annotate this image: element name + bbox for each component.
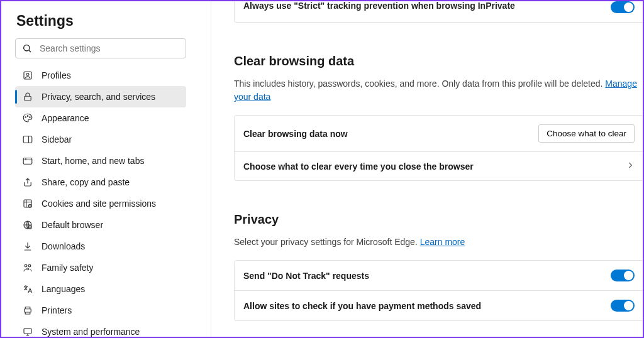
clear-browsing-data-title: Clear browsing data [234, 54, 643, 68]
printer-icon [21, 304, 34, 317]
privacy-title: Privacy [234, 212, 643, 227]
nav-label: Family safety [42, 263, 93, 273]
nav-item-default-browser[interactable]: Default browser [15, 214, 186, 236]
do-not-track-row: Send "Do Not Track" requests [235, 261, 643, 291]
nav-label: Share, copy and paste [42, 177, 130, 187]
strict-tracking-row: Always use "Strict" tracking prevention … [234, 1, 643, 23]
tabs-icon [21, 155, 34, 167]
nav-label: Sidebar [42, 134, 72, 144]
nav-item-profiles[interactable]: Profiles [15, 65, 186, 86]
choose-what-to-clear-button[interactable]: Choose what to clear [538, 124, 635, 143]
svg-line-1 [29, 50, 31, 52]
clear-on-close-label: Choose what to clear every time you clos… [243, 161, 474, 172]
strict-tracking-toggle[interactable] [611, 1, 635, 13]
privacy-desc: Select your privacy settings for Microso… [234, 236, 643, 249]
nav-item-system[interactable]: System and performance [15, 321, 186, 337]
svg-point-15 [25, 264, 27, 267]
clear-now-row: Clear browsing data now Choose what to c… [235, 116, 643, 152]
search-input[interactable] [40, 43, 179, 53]
nav-item-languages[interactable]: Languages [15, 278, 186, 300]
svg-rect-19 [24, 329, 31, 334]
privacy-learn-more-link[interactable]: Learn more [420, 237, 465, 247]
nav-item-sidebar[interactable]: Sidebar [15, 129, 186, 150]
languages-icon [21, 283, 34, 295]
svg-point-7 [30, 117, 31, 118]
settings-content: Always use "Strict" tracking prevention … [211, 1, 643, 337]
payment-methods-toggle[interactable] [611, 300, 635, 312]
clear-now-label: Clear browsing data now [243, 129, 348, 139]
download-icon [21, 240, 34, 253]
chevron-right-icon [626, 161, 635, 172]
svg-point-16 [28, 264, 31, 267]
profiles-icon [21, 69, 34, 82]
nav-item-share[interactable]: Share, copy and paste [15, 172, 186, 193]
strict-tracking-label: Always use "Strict" tracking prevention … [243, 1, 515, 11]
nav-item-family[interactable]: Family safety [15, 257, 186, 278]
svg-rect-18 [25, 309, 31, 312]
svg-rect-10 [23, 158, 32, 165]
do-not-track-toggle[interactable] [611, 270, 635, 281]
lock-icon [21, 90, 34, 103]
search-icon [22, 43, 32, 53]
family-icon [21, 261, 34, 274]
svg-point-17 [27, 268, 29, 270]
clear-browsing-data-card: Clear browsing data now Choose what to c… [234, 115, 643, 181]
nav-item-printers[interactable]: Printers [15, 300, 186, 321]
share-icon [21, 176, 34, 188]
settings-sidebar: Settings Profiles Privacy, search, and s… [1, 1, 211, 337]
payment-methods-label: Allow sites to check if you have payment… [243, 301, 481, 311]
svg-rect-4 [25, 96, 31, 101]
svg-rect-8 [23, 136, 32, 143]
svg-point-3 [26, 74, 29, 76]
appearance-icon [21, 112, 34, 124]
nav-label: Appearance [42, 113, 89, 123]
svg-point-6 [27, 116, 28, 117]
nav-label: Cookies and site permissions [42, 199, 156, 209]
nav-label: Start, home, and new tabs [42, 156, 144, 166]
system-icon [21, 325, 34, 337]
clear-browsing-data-desc: This includes history, passwords, cookie… [234, 77, 643, 104]
sidebar-icon [21, 133, 34, 146]
nav-label: Privacy, search, and services [42, 92, 155, 102]
nav-item-appearance[interactable]: Appearance [15, 107, 186, 129]
nav-item-cookies[interactable]: Cookies and site permissions [15, 193, 186, 214]
settings-title: Settings [16, 13, 203, 30]
nav-item-downloads[interactable]: Downloads [15, 236, 186, 257]
nav-label: Downloads [42, 241, 85, 251]
svg-point-5 [25, 117, 26, 118]
svg-point-0 [24, 45, 30, 51]
nav-label: Profiles [42, 70, 71, 80]
nav-label: System and performance [42, 327, 140, 337]
search-settings-field[interactable] [15, 38, 186, 58]
nav-label: Printers [42, 305, 72, 315]
nav-item-start[interactable]: Start, home, and new tabs [15, 150, 186, 172]
do-not-track-label: Send "Do Not Track" requests [243, 271, 369, 281]
cookies-icon [21, 197, 34, 210]
settings-nav: Profiles Privacy, search, and services A… [15, 65, 186, 337]
nav-item-privacy[interactable]: Privacy, search, and services [15, 86, 186, 107]
nav-label: Languages [42, 284, 85, 294]
browser-icon [21, 219, 34, 231]
clear-on-close-row[interactable]: Choose what to clear every time you clos… [235, 152, 643, 180]
privacy-card: Send "Do Not Track" requests Allow sites… [234, 260, 643, 321]
payment-methods-row: Allow sites to check if you have payment… [235, 291, 643, 320]
nav-label: Default browser [42, 220, 103, 230]
